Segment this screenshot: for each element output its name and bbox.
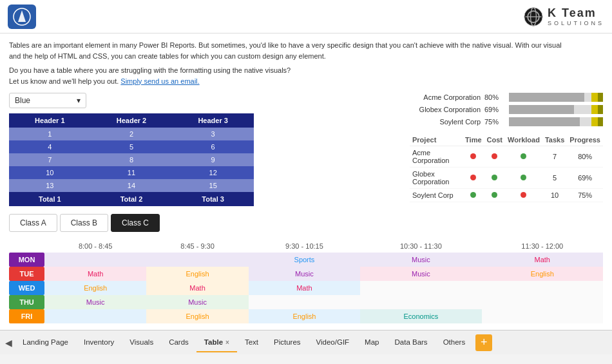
table-cell: 6: [172, 140, 254, 153]
schedule-cell: Music: [146, 295, 248, 309]
tab-add-button[interactable]: +: [475, 334, 492, 351]
logo-right: K Team SOLUTIONS: [523, 6, 604, 27]
table-row: FRIEnglishEnglishEconomics: [9, 309, 603, 323]
tab-close-icon[interactable]: ×: [225, 339, 229, 346]
table-row: TUEMathEnglishMusicMusicEnglish: [9, 267, 603, 281]
schedule-table: 8:00 - 8:458:45 - 9:309:30 - 10:1510:30 …: [9, 240, 603, 323]
subject-label: English: [531, 270, 554, 278]
schedule-cell: Math: [44, 267, 146, 281]
pt-cost: [484, 168, 505, 189]
col-header-2: Header 2: [91, 113, 173, 128]
pt-col-time: Time: [463, 134, 484, 146]
top-bar: K Team SOLUTIONS: [0, 0, 612, 34]
table-cell: 4: [9, 140, 91, 153]
pt-tasks: 5: [542, 168, 567, 189]
subject-label: Math: [189, 284, 205, 292]
bar-olive: [598, 105, 603, 114]
dropdown-value: Blue: [15, 96, 30, 105]
schedule-section: 8:00 - 8:458:45 - 9:309:30 - 10:1510:30 …: [9, 240, 603, 323]
tab-prev-button[interactable]: ◀: [3, 338, 15, 348]
bar-olive: [598, 117, 603, 126]
dot-icon: [470, 192, 476, 198]
tab-cards[interactable]: Cards: [161, 333, 196, 352]
table-cell: 14: [91, 179, 173, 192]
bar-label: Soylent Corp: [410, 118, 481, 126]
total-3: Total 3: [172, 192, 254, 206]
pt-col-workload: Workload: [505, 134, 542, 146]
tab-pictures[interactable]: Pictures: [266, 333, 309, 352]
class-tab-class-c[interactable]: Class C: [111, 214, 160, 232]
tab-inventory[interactable]: Inventory: [76, 333, 122, 352]
subject-label: Math: [535, 256, 550, 263]
schedule-cell: Math: [249, 281, 360, 295]
project-table: Project Time Cost Workload Tasks Progres…: [410, 134, 603, 202]
pt-name: Acme Corporation: [410, 146, 463, 168]
subject-label: Music: [86, 298, 105, 306]
schedule-cell: English: [146, 309, 248, 323]
table-row: WEDEnglishMathMath: [9, 281, 603, 295]
subject-label: English: [186, 312, 209, 320]
pt-tasks: 7: [542, 146, 567, 168]
subject-label: Music: [188, 298, 207, 306]
pt-time: [463, 168, 484, 189]
bar-yellow: [591, 93, 598, 102]
pt-col-cost: Cost: [484, 134, 505, 146]
schedule-cell: [146, 253, 248, 267]
schedule-header: 10:30 - 11:30: [360, 240, 481, 253]
schedule-cell: English: [482, 267, 603, 281]
tab-others[interactable]: Others: [435, 333, 473, 352]
desc-line2: and the help of HTML and CSS, you can cr…: [9, 51, 603, 62]
schedule-header: 9:30 - 10:15: [249, 240, 360, 253]
schedule-cell: English: [44, 281, 146, 295]
table-cell: 10: [9, 166, 91, 179]
bar-fill: [509, 93, 584, 102]
bar-track: [509, 117, 603, 126]
bar-accent: [591, 105, 603, 114]
schedule-cell: Math: [482, 253, 603, 267]
bar-olive: [598, 93, 603, 102]
table-cell: 2: [91, 128, 173, 140]
tab-landing-page[interactable]: Landing Page: [15, 333, 76, 352]
desc-line3: Do you have a table where you are strugg…: [9, 65, 603, 76]
table-cell: 8: [91, 153, 173, 166]
bar-label: Acme Corporation: [410, 93, 481, 101]
class-tab-class-b[interactable]: Class B: [60, 214, 108, 232]
pt-workload: [505, 168, 542, 189]
subject-label: Math: [296, 284, 312, 292]
pt-name: Soylent Corp: [410, 189, 463, 202]
bar-yellow: [591, 105, 598, 114]
schedule-header: 8:45 - 9:30: [146, 240, 248, 253]
tab-table[interactable]: Table×: [196, 333, 237, 352]
email-link[interactable]: Simply send us an email.: [120, 77, 199, 85]
schedule-day: MON: [9, 253, 44, 267]
bar-pct: 75%: [484, 118, 505, 126]
schedule-cell: Economics: [360, 309, 481, 323]
tab-visuals[interactable]: Visuals: [122, 333, 161, 352]
bar-pct: 69%: [484, 106, 505, 113]
total-1: Total 1: [9, 192, 91, 206]
svg-marker-1: [18, 10, 26, 22]
color-dropdown[interactable]: Blue ▾: [9, 93, 86, 108]
desc-line4: Let us know and we'll help you out. Simp…: [9, 76, 603, 87]
schedule-cell: English: [146, 267, 248, 281]
pt-col-progress: Progress: [567, 134, 603, 146]
kteam-icon: [523, 6, 544, 27]
schedule-day: TUE: [9, 267, 44, 281]
dot-icon: [492, 192, 497, 198]
schedule-cell: [360, 295, 481, 309]
table-cell: 11: [91, 166, 173, 179]
table-row: Acme Corporation 7 80%: [410, 146, 603, 168]
tab-data-bars[interactable]: Data Bars: [387, 333, 435, 352]
bar-yellow: [591, 117, 598, 126]
pt-name: Globex Corporation: [410, 168, 463, 189]
schedule-cell: Music: [44, 295, 146, 309]
schedule-cell: [249, 295, 360, 309]
tab-text[interactable]: Text: [237, 333, 266, 352]
class-tab-class-a[interactable]: Class A: [9, 214, 57, 232]
table-row: MONSportsMusicMath: [9, 253, 603, 267]
schedule-day: THU: [9, 295, 44, 309]
tab-map[interactable]: Map: [357, 333, 387, 352]
pt-cost: [484, 146, 505, 168]
tab-video-gif[interactable]: Video/GIF: [309, 333, 358, 352]
schedule-cell: [482, 309, 603, 323]
